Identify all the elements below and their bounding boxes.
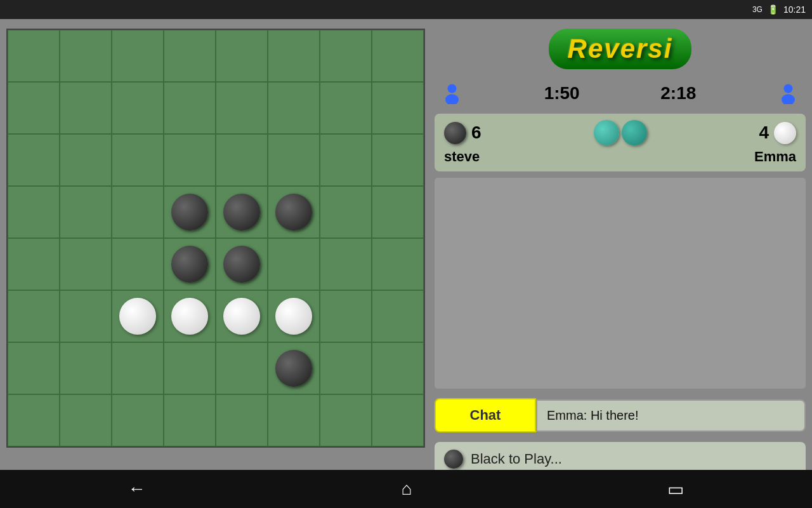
cell-0-4[interactable]: [216, 30, 268, 82]
cell-7-5[interactable]: [268, 394, 320, 446]
cell-7-3[interactable]: [164, 394, 216, 446]
cell-5-7[interactable]: [372, 290, 424, 342]
cell-2-3[interactable]: [164, 134, 216, 186]
cell-0-0[interactable]: [8, 30, 60, 82]
cell-2-7[interactable]: [372, 134, 424, 186]
cell-3-2[interactable]: [112, 186, 164, 238]
cell-5-4[interactable]: [216, 290, 268, 342]
cell-1-0[interactable]: [8, 82, 60, 134]
cell-6-7[interactable]: [372, 342, 424, 394]
cell-5-6[interactable]: [320, 290, 372, 342]
cell-0-1[interactable]: [60, 30, 112, 82]
cell-2-4[interactable]: [216, 134, 268, 186]
recent-button[interactable]: ▭: [667, 479, 684, 500]
black-piece-icon: [444, 122, 466, 144]
cell-0-5[interactable]: [268, 30, 320, 82]
cell-6-6[interactable]: [320, 342, 372, 394]
cell-6-4[interactable]: [216, 342, 268, 394]
cell-7-0[interactable]: [8, 394, 60, 446]
name-row: steve Emma: [444, 149, 796, 165]
cell-5-5[interactable]: [268, 290, 320, 342]
piece-white-5-4: [223, 298, 260, 335]
status-piece-icon: [444, 450, 463, 469]
cell-7-4[interactable]: [216, 394, 268, 446]
timer-row: 1:50 2:18: [435, 79, 806, 107]
nav-bar: ← ⌂ ▭: [0, 470, 812, 508]
black-score: 6: [471, 123, 481, 143]
cell-1-2[interactable]: [112, 82, 164, 134]
back-button[interactable]: ←: [128, 479, 146, 499]
cell-0-3[interactable]: [164, 30, 216, 82]
cell-2-1[interactable]: [60, 134, 112, 186]
cell-0-6[interactable]: [320, 30, 372, 82]
cell-3-7[interactable]: [372, 186, 424, 238]
cell-5-3[interactable]: [164, 290, 216, 342]
cell-2-0[interactable]: [8, 134, 60, 186]
cell-4-6[interactable]: [320, 238, 372, 290]
cell-6-5[interactable]: [268, 342, 320, 394]
piece-black-3-3: [171, 194, 208, 231]
player1-name: steve: [444, 149, 480, 165]
chat-display: Emma: Hi there!: [536, 399, 806, 432]
svg-point-3: [782, 94, 795, 104]
piece-black-3-4: [223, 194, 260, 231]
status-text: Black to Play...: [471, 451, 562, 467]
signal-icon: 3G: [752, 5, 763, 14]
cell-1-4[interactable]: [216, 82, 268, 134]
cell-7-6[interactable]: [320, 394, 372, 446]
cell-2-5[interactable]: [268, 134, 320, 186]
cell-4-2[interactable]: [112, 238, 164, 290]
cell-1-1[interactable]: [60, 82, 112, 134]
piece-white-5-2: [119, 298, 156, 335]
cell-6-0[interactable]: [8, 342, 60, 394]
cell-1-7[interactable]: [372, 82, 424, 134]
cell-1-3[interactable]: [164, 82, 216, 134]
piece-white-5-3: [171, 298, 208, 335]
home-button[interactable]: ⌂: [402, 479, 412, 499]
svg-point-1: [445, 94, 459, 104]
cell-4-1[interactable]: [60, 238, 112, 290]
player1-timer: 1:50: [544, 83, 580, 104]
chat-button[interactable]: Chat: [435, 398, 536, 432]
cell-5-1[interactable]: [60, 290, 112, 342]
cell-0-2[interactable]: [112, 30, 164, 82]
cell-3-3[interactable]: [164, 186, 216, 238]
cell-4-0[interactable]: [8, 238, 60, 290]
time-display: 10:21: [783, 4, 806, 15]
score-right: 4: [759, 122, 796, 144]
cell-3-4[interactable]: [216, 186, 268, 238]
svg-point-2: [783, 84, 792, 93]
cell-1-5[interactable]: [268, 82, 320, 134]
cell-6-1[interactable]: [60, 342, 112, 394]
cell-4-4[interactable]: [216, 238, 268, 290]
cell-5-0[interactable]: [8, 290, 60, 342]
cell-3-6[interactable]: [320, 186, 372, 238]
cell-3-5[interactable]: [268, 186, 320, 238]
cell-6-2[interactable]: [112, 342, 164, 394]
game-board[interactable]: [6, 29, 425, 448]
piece-black-3-5: [275, 194, 312, 231]
cell-2-2[interactable]: [112, 134, 164, 186]
cell-3-0[interactable]: [8, 186, 60, 238]
cell-6-3[interactable]: [164, 342, 216, 394]
cell-7-1[interactable]: [60, 394, 112, 446]
player2-name: Emma: [754, 149, 796, 165]
chat-area: [435, 178, 806, 389]
player2-timer: 2:18: [660, 83, 696, 104]
cell-5-2[interactable]: [112, 290, 164, 342]
cell-3-1[interactable]: [60, 186, 112, 238]
cell-4-5[interactable]: [268, 238, 320, 290]
cell-0-7[interactable]: [372, 30, 424, 82]
score-left: 6: [444, 122, 481, 144]
cell-2-6[interactable]: [320, 134, 372, 186]
teal-piece-1: [594, 120, 619, 145]
cell-7-7[interactable]: [372, 394, 424, 446]
piece-black-6-5: [275, 350, 312, 387]
cell-1-6[interactable]: [320, 82, 372, 134]
cell-4-7[interactable]: [372, 238, 424, 290]
cell-7-2[interactable]: [112, 394, 164, 446]
score-panel: 6 4 steve Emma: [435, 114, 806, 171]
status-bar: 3G 🔋 10:21: [0, 0, 812, 19]
app-logo: Reversi: [549, 29, 692, 69]
cell-4-3[interactable]: [164, 238, 216, 290]
